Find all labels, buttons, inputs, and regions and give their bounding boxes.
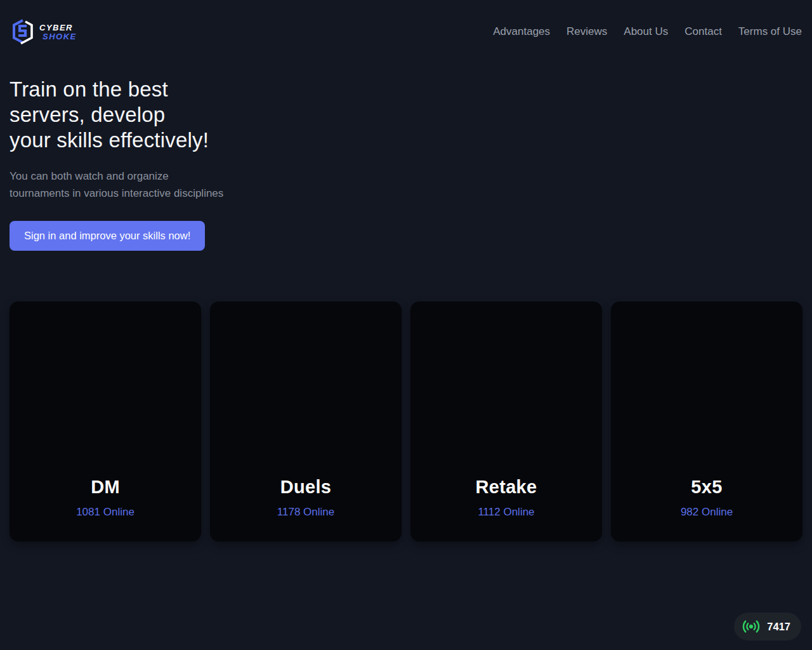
hero-subtitle: You can both watch and organize tourname…	[10, 168, 802, 202]
hero-title-line-1: Train on the best	[10, 77, 168, 101]
brand-name: CYBER SHOKE	[39, 23, 77, 41]
card-5x5[interactable]: 5x5 982 Online	[611, 302, 802, 541]
header: CYBER SHOKE Advantages Reviews About Us …	[0, 0, 812, 50]
card-online-count: 982 Online	[681, 506, 733, 519]
card-title: Duels	[280, 477, 331, 498]
card-online-count: 1112 Online	[478, 506, 534, 519]
sign-in-cta-button[interactable]: Sign in and improve your skills now!	[10, 221, 205, 251]
total-online-count: 7417	[767, 621, 790, 633]
card-title: 5x5	[691, 477, 722, 498]
hero-section: Train on the best servers, develop your …	[0, 50, 812, 251]
nav-link-contact[interactable]: Contact	[684, 25, 722, 38]
card-retake[interactable]: Retake 1112 Online	[410, 302, 602, 541]
brand-name-bottom: SHOKE	[43, 32, 77, 41]
hero-title-line-3: your skills effectively!	[10, 128, 209, 152]
card-title: Retake	[476, 477, 537, 498]
card-online-count: 1081 Online	[76, 506, 134, 519]
brand-name-top: CYBER	[39, 23, 77, 32]
card-online-count: 1178 Online	[277, 506, 334, 519]
brand-logo[interactable]: CYBER SHOKE	[10, 18, 77, 45]
hero-title-line-2: servers, develop	[10, 103, 165, 126]
nav-link-about-us[interactable]: About Us	[624, 25, 668, 38]
game-mode-cards: DM 1081 Online Duels 1178 Online Retake …	[10, 302, 802, 541]
card-dm[interactable]: DM 1081 Online	[10, 302, 201, 541]
hero-title: Train on the best servers, develop your …	[10, 77, 802, 153]
card-duels[interactable]: Duels 1178 Online	[210, 302, 402, 541]
total-online-badge[interactable]: 7417	[734, 613, 801, 640]
landing-page: CYBER SHOKE Advantages Reviews About Us …	[0, 0, 812, 650]
broadcast-icon	[742, 618, 760, 635]
card-title: DM	[91, 477, 120, 498]
main-nav: Advantages Reviews About Us Contact Term…	[493, 25, 802, 38]
nav-link-terms-of-use[interactable]: Terms of Use	[738, 25, 802, 38]
hero-subtitle-line-2: tournaments in various interactive disci…	[10, 187, 223, 199]
nav-link-reviews[interactable]: Reviews	[566, 25, 607, 38]
nav-link-advantages[interactable]: Advantages	[493, 25, 550, 38]
hero-subtitle-line-1: You can both watch and organize	[10, 170, 169, 182]
cybershoke-hexagon-logo-icon	[10, 18, 36, 45]
